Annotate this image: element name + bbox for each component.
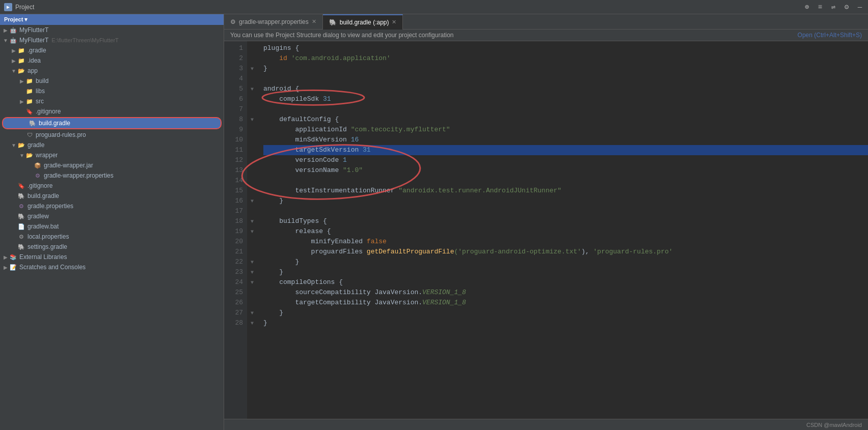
gradle-icon: 🐘	[29, 119, 37, 127]
sidebar-item-libs[interactable]: 📁 libs	[0, 86, 224, 96]
tab-label: build.gradle (:app)	[340, 19, 389, 26]
token: }	[263, 257, 299, 267]
sidebar-item-src[interactable]: ▶ 📁 src	[0, 96, 224, 106]
token: minSdkVersion 16	[263, 135, 359, 145]
fold-btn-24[interactable]: ▼	[247, 277, 257, 288]
settings-btn[interactable]: ⚙	[843, 3, 851, 11]
token: release {	[263, 226, 331, 237]
line-num-13: 13	[224, 165, 243, 176]
sidebar-item-build-gradle-root[interactable]: 🐘 build.gradle	[0, 191, 224, 201]
sidebar-item-gradle-hidden[interactable]: ▶ 📁 .gradle	[0, 45, 224, 55]
scratch-icon: 📝	[9, 263, 17, 271]
editor-area: ⚙ gradle-wrapper.properties ✕ 🐘 build.gr…	[224, 14, 868, 430]
sidebar-item-myfluttert-main[interactable]: ▼ 🤖 MyFlutterT E:\flutterThreen\MyFlutte…	[0, 35, 224, 45]
proguard-icon: 🛡	[25, 131, 34, 139]
sidebar-item-idea[interactable]: ▶ 📁 .idea	[0, 55, 224, 66]
arrow-icon: ▼	[10, 142, 17, 148]
sidebar-item-label: External Libraries	[19, 253, 67, 261]
folder-open-icon: 📂	[17, 67, 25, 75]
project-sidebar: Project ▾ ▶ 🤖 MyFlutterT ▼ 🤖 MyFlutterT …	[0, 14, 224, 430]
project-icon: ▶	[4, 3, 12, 11]
line-num-22: 22	[224, 257, 243, 267]
fold-btn-23[interactable]: ▼	[247, 267, 257, 277]
line-num-17: 17	[224, 206, 243, 216]
layout-btn[interactable]: ≡	[816, 3, 824, 11]
android-icon: 🤖	[9, 26, 17, 34]
sidebar-item-build-gradle[interactable]: 🐘 build.gradle	[2, 117, 222, 129]
code-line-24: compileOptions {	[263, 277, 868, 288]
sidebar-item-gradlew-bat[interactable]: 📄 gradlew.bat	[0, 221, 224, 232]
token: }	[263, 318, 267, 328]
tab-build-gradle[interactable]: 🐘 build.gradle (:app) ✕	[323, 14, 403, 30]
sidebar-item-proguard[interactable]: 🛡 proguard-rules.pro	[0, 130, 224, 140]
code-line-28: }	[263, 318, 868, 328]
sidebar-item-app[interactable]: ▼ 📂 app	[0, 66, 224, 76]
tab-close-btn[interactable]: ✕	[312, 18, 316, 25]
folder-icon: 📁	[17, 56, 25, 65]
code-line-27: }	[263, 308, 868, 318]
open-project-structure-link[interactable]: Open (Ctrl+Alt+Shift+S)	[798, 32, 862, 39]
fold-btn-3[interactable]: ▼	[247, 64, 257, 74]
code-line-14	[263, 176, 868, 186]
arrow-icon: ▼	[18, 153, 25, 158]
close-mini-btn[interactable]: —	[856, 3, 864, 11]
fold-btn-19[interactable]: ▼	[247, 226, 257, 237]
line-num-2: 2	[224, 53, 243, 64]
minimize-btn[interactable]: ⊕	[803, 3, 811, 11]
token: versionCode 1	[263, 155, 347, 165]
sidebar-item-gradle-folder[interactable]: ▼ 📂 gradle	[0, 140, 224, 150]
sidebar-item-settings-gradle[interactable]: 🐘 settings.gradle	[0, 242, 224, 252]
sidebar-item-build[interactable]: ▶ 📁 build	[0, 76, 224, 86]
tab-icon: 🐘	[329, 19, 337, 26]
sidebar-item-scratches[interactable]: ▶ 📝 Scratches and Consoles	[0, 262, 224, 272]
code-line-5: android {	[263, 84, 868, 94]
token: targetCompatibility JavaVersion.VERSION_…	[263, 298, 466, 308]
code-line-2: id 'com.android.application'	[263, 53, 868, 64]
code-area[interactable]: plugins { id 'com.android.application' }	[257, 41, 868, 419]
editor-content[interactable]: 1 2 3 4 5 6 7 8 9 10 11 12 13 14	[224, 41, 868, 419]
sidebar-item-myfluttert-root[interactable]: ▶ 🤖 MyFlutterT	[0, 25, 224, 35]
line-num-14: 14	[224, 176, 243, 186]
tab-gradle-wrapper[interactable]: ⚙ gradle-wrapper.properties ✕	[224, 14, 323, 30]
sidebar-item-label: .gradle	[28, 47, 46, 54]
sidebar-item-label: MyFlutterT	[19, 26, 48, 34]
token: minifyEnabled false	[263, 237, 387, 247]
token: defaultConfig {	[263, 114, 339, 125]
sidebar-item-gradle-properties[interactable]: ⚙ gradle.properties	[0, 201, 224, 211]
fold-btn-28[interactable]: ▼	[247, 318, 257, 328]
fold-btn-5[interactable]: ▼	[247, 84, 257, 94]
folder-icon: 📁	[25, 77, 34, 85]
code-line-23: }	[263, 267, 868, 277]
sidebar-item-gitignore-app[interactable]: 🔖 .gitignore	[0, 106, 224, 117]
fold-btn-16[interactable]: ▼	[247, 196, 257, 206]
code-line-6: compileSdk 31	[263, 94, 868, 104]
sidebar-item-label: proguard-rules.pro	[36, 131, 86, 138]
arrow-icon: ▼	[10, 68, 17, 74]
line-num-24: 24	[224, 277, 243, 288]
split-btn[interactable]: ⇌	[829, 3, 837, 11]
sidebar-item-label: src	[36, 98, 44, 105]
fold-btn-22[interactable]: ▼	[247, 257, 257, 267]
sidebar-item-label: .gitignore	[36, 108, 61, 115]
gitignore-icon: 🔖	[17, 182, 25, 190]
sidebar-item-local-properties[interactable]: ⚙ local.properties	[0, 232, 224, 242]
tab-bar: ⚙ gradle-wrapper.properties ✕ 🐘 build.gr…	[224, 14, 868, 30]
token: }	[263, 308, 283, 318]
sidebar-item-gradle-wrapper-jar[interactable]: 📦 gradle-wrapper.jar	[0, 160, 224, 170]
lib-icon: 📚	[9, 253, 17, 261]
line-num-20: 20	[224, 237, 243, 247]
code-line-11: targetSdkVersion 31	[263, 145, 868, 155]
line-num-27: 27	[224, 308, 243, 318]
sidebar-item-gradle-wrapper-props[interactable]: ⚙ gradle-wrapper.properties	[0, 170, 224, 181]
info-bar: You can use the Project Structure dialog…	[224, 30, 868, 41]
sidebar-item-gradlew[interactable]: 🐘 gradlew	[0, 211, 224, 221]
fold-btn-8[interactable]: ▼	[247, 114, 257, 125]
fold-btn-18[interactable]: ▼	[247, 216, 257, 226]
line-num-26: 26	[224, 298, 243, 308]
sidebar-item-wrapper[interactable]: ▼ 📂 wrapper	[0, 150, 224, 160]
token: }	[263, 64, 267, 74]
sidebar-item-gitignore-root[interactable]: 🔖 .gitignore	[0, 181, 224, 191]
fold-btn-27[interactable]: ▼	[247, 308, 257, 318]
tab-close-btn[interactable]: ✕	[392, 19, 396, 25]
sidebar-item-external-libraries[interactable]: ▶ 📚 External Libraries	[0, 252, 224, 262]
